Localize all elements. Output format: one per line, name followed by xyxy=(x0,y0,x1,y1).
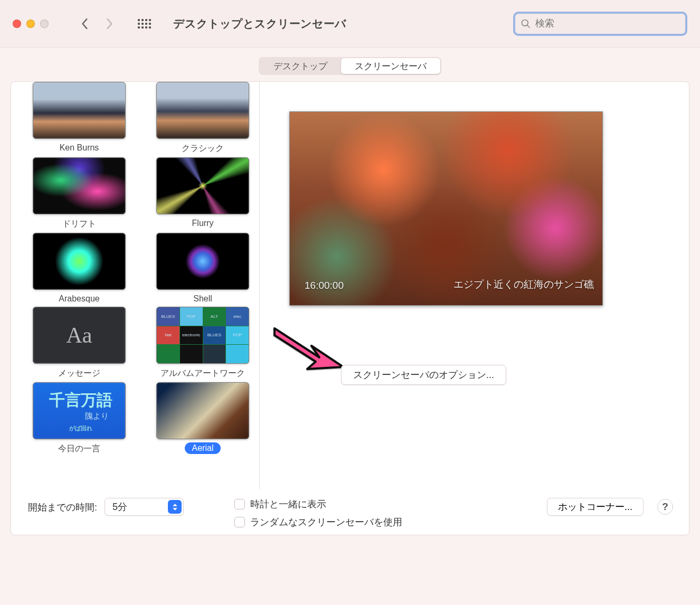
screensaver-label: クラシック xyxy=(174,142,231,155)
start-after-combo[interactable]: 5分 xyxy=(105,498,184,516)
screensaver-item-flurry[interactable]: Flurry xyxy=(152,157,254,231)
tab-desktop[interactable]: デスクトップ xyxy=(260,58,341,74)
thumbnail xyxy=(33,82,126,139)
forward-button[interactable] xyxy=(100,15,118,33)
preview-caption: エジプト近くの紅海のサンゴ礁 xyxy=(453,278,594,291)
screensaver-label: メッセージ xyxy=(51,367,108,380)
start-after-label: 開始までの時間: xyxy=(28,498,97,514)
screensaver-options-button[interactable]: スクリーンセーバのオプション... xyxy=(341,365,506,385)
tab-bar: デスクトップ スクリーンセーバ xyxy=(0,48,700,81)
svg-line-1 xyxy=(527,25,530,27)
screensaver-item-shell[interactable]: Shell xyxy=(152,233,254,305)
thumbnail: 千言万語 隗より がば回れ xyxy=(33,382,126,439)
screensaver-label: Ken Burns xyxy=(52,142,107,154)
thumbnail: Aa xyxy=(33,307,126,364)
thumbnail xyxy=(33,233,126,290)
tab-screensaver[interactable]: スクリーンセーバ xyxy=(341,58,440,74)
show-all-button[interactable] xyxy=(135,15,153,33)
screensaver-list[interactable]: Ken Burns クラシック ドリフト Flurry Arabesque xyxy=(11,82,254,489)
close-window-button[interactable] xyxy=(13,20,21,28)
checkbox-icon xyxy=(234,499,245,509)
hot-corners-button[interactable]: ホットコーナー... xyxy=(547,498,644,516)
screensaver-label: ドリフト xyxy=(55,218,103,231)
zoom-window-button[interactable] xyxy=(40,20,49,28)
thumbnail xyxy=(156,382,249,439)
svg-point-0 xyxy=(522,20,528,26)
checkbox-icon xyxy=(234,517,245,527)
random-screensaver-label: ランダムなスクリーンセーバを使用 xyxy=(250,516,402,528)
thumbnail xyxy=(156,233,249,290)
help-button[interactable]: ? xyxy=(657,499,673,515)
screensaver-item-album-artwork[interactable]: BLUESPOPALTelec NatelectronicBLUESPOP アル… xyxy=(152,307,254,380)
traffic-lights xyxy=(13,20,49,28)
screensaver-item-message[interactable]: Aa メッセージ xyxy=(28,307,130,380)
screensaver-item-aerial[interactable]: Aerial xyxy=(152,382,254,456)
screensaver-item-ken-burns[interactable]: Ken Burns xyxy=(28,82,130,155)
updown-icon xyxy=(168,500,182,514)
thumbnail xyxy=(156,82,249,139)
thumbnail xyxy=(33,157,126,214)
grid-icon xyxy=(138,19,151,29)
screensaver-label: Arabesque xyxy=(51,293,107,305)
search-input[interactable] xyxy=(535,18,680,29)
window-title: デスクトップとスクリーンセーバ xyxy=(173,16,346,31)
search-icon xyxy=(521,18,531,29)
preview-clock: 16:00:00 xyxy=(305,280,344,291)
screensaver-item-drift[interactable]: ドリフト xyxy=(28,157,130,231)
screensaver-item-classic[interactable]: クラシック xyxy=(152,82,254,155)
screensaver-label: Aerial xyxy=(185,442,221,454)
back-button[interactable] xyxy=(76,15,94,33)
toolbar: デスクトップとスクリーンセーバ xyxy=(0,0,700,48)
show-clock-checkbox[interactable]: 時計と一緒に表示 xyxy=(234,498,402,511)
screensaver-label: Shell xyxy=(186,293,220,305)
minimize-window-button[interactable] xyxy=(26,20,35,28)
screensaver-label: Flurry xyxy=(185,218,221,229)
show-clock-label: 時計と一緒に表示 xyxy=(250,498,326,511)
thumbnail: BLUESPOPALTelec NatelectronicBLUESPOP xyxy=(156,307,249,364)
random-screensaver-checkbox[interactable]: ランダムなスクリーンセーバを使用 xyxy=(234,516,402,528)
screensaver-label: アルバムアートワーク xyxy=(153,367,252,380)
footer-bar: 開始までの時間: 5分 時計と一緒に表示 ランダムなスクリーンセーバを使用 ホッ… xyxy=(11,489,689,535)
screensaver-item-word-of-day[interactable]: 千言万語 隗より がば回れ 今日の一言 xyxy=(28,382,130,456)
content-panel: Ken Burns クラシック ドリフト Flurry Arabesque xyxy=(11,81,689,535)
start-after-value: 5分 xyxy=(112,500,127,513)
preview-panel: 16:00:00 エジプト近くの紅海のサンゴ礁 スクリーンセーバのオプション..… xyxy=(254,82,679,489)
search-field[interactable] xyxy=(513,12,687,36)
screensaver-item-arabesque[interactable]: Arabesque xyxy=(28,233,130,305)
thumbnail xyxy=(156,157,249,214)
screensaver-label: 今日の一言 xyxy=(51,442,108,456)
screensaver-preview[interactable]: 16:00:00 エジプト近くの紅海のサンゴ礁 xyxy=(289,111,603,306)
